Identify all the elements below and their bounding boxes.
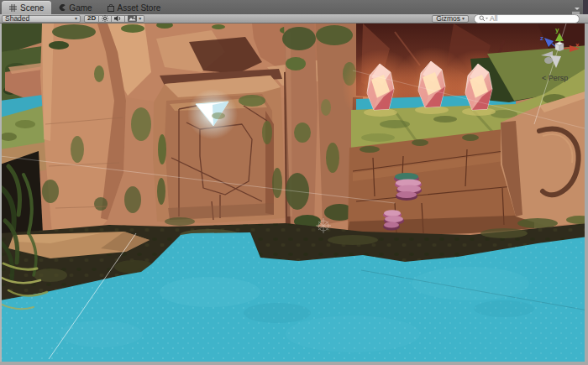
viewport-border-left [0, 23, 2, 365]
viewport-border-bottom [0, 362, 588, 365]
caret-down-icon: ▾ [139, 16, 141, 21]
gizmos-label: Gizmos [436, 15, 460, 22]
scene-viewport[interactable]: y z x < Persp [0, 23, 588, 365]
viewport-border-right [585, 23, 588, 365]
tab-asset-store-label: Asset Store [118, 3, 161, 13]
gizmo-cube[interactable] [555, 42, 564, 51]
tab-bar: Scene Game Asset Store [0, 0, 588, 14]
shading-mode-label: Shaded [5, 15, 29, 22]
axis-x-label: x [575, 41, 580, 49]
scene-search-field[interactable]: All [474, 14, 580, 23]
tab-game[interactable]: Game [51, 1, 99, 14]
tab-game-label: Game [69, 3, 92, 13]
stone-gate[interactable] [153, 69, 285, 226]
lighting-toggle-button[interactable] [99, 15, 112, 23]
game-icon [59, 4, 66, 11]
scene-render[interactable]: y z x < Persp [0, 23, 588, 365]
store-icon [108, 4, 114, 12]
tab-scene-label: Scene [20, 3, 44, 13]
scene-grid-icon [9, 4, 17, 12]
caret-down-icon: ▾ [462, 16, 465, 21]
audio-toggle-button[interactable] [112, 15, 125, 23]
2d-toggle-button[interactable]: 2D [84, 15, 99, 23]
axis-y-label: y [555, 26, 559, 34]
search-filter-value: All [490, 14, 497, 23]
caret-down-icon: ▾ [75, 16, 77, 21]
search-icon [479, 15, 488, 22]
axis-z-label: z [540, 34, 543, 42]
gizmos-dropdown[interactable]: Gizmos ▾ [432, 15, 469, 23]
projection-label[interactable]: < Persp [542, 74, 568, 82]
effects-icon [128, 15, 137, 22]
shading-mode-dropdown[interactable]: Shaded ▾ [2, 15, 81, 23]
tab-scene[interactable]: Scene [2, 1, 51, 14]
lighting-icon [102, 15, 108, 22]
tab-asset-store[interactable]: Asset Store [100, 1, 169, 14]
scene-toolbar: Shaded ▾ 2D ▾ Gizmos ▾ All [0, 14, 588, 23]
audio-icon [114, 15, 122, 22]
effects-dropdown-button[interactable]: ▾ [125, 15, 144, 23]
